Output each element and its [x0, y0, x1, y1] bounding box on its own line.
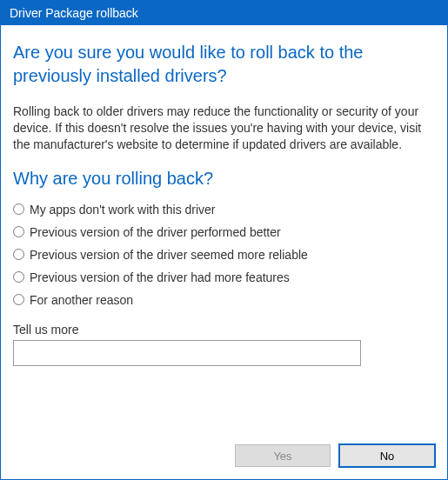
- dialog-window: Driver Package rollback Are you sure you…: [0, 0, 448, 480]
- reason-radio[interactable]: [13, 294, 24, 305]
- titlebar: Driver Package rollback: [1, 1, 447, 25]
- tellmore-label: Tell us more: [13, 323, 435, 337]
- yes-button[interactable]: Yes: [235, 444, 331, 467]
- reason-option[interactable]: For another reason: [13, 293, 435, 307]
- reason-option[interactable]: Previous version of the driver performed…: [13, 225, 435, 239]
- window-title: Driver Package rollback: [10, 6, 138, 20]
- reason-radio[interactable]: [13, 249, 24, 260]
- reason-option[interactable]: Previous version of the driver seemed mo…: [13, 248, 435, 262]
- reason-radio[interactable]: [13, 271, 24, 283]
- reason-label: Previous version of the driver seemed mo…: [30, 248, 308, 262]
- reason-radio[interactable]: [13, 226, 24, 237]
- reason-option[interactable]: Previous version of the driver had more …: [13, 270, 435, 284]
- description-text: Rolling back to older drivers may reduce…: [13, 103, 435, 153]
- reason-label: My apps don't work with this driver: [30, 203, 216, 217]
- tellmore-input[interactable]: [13, 340, 361, 366]
- reason-option[interactable]: My apps don't work with this driver: [13, 203, 435, 217]
- no-button[interactable]: No: [339, 444, 435, 467]
- reason-radio[interactable]: [13, 203, 24, 215]
- reason-label: Previous version of the driver had more …: [30, 270, 290, 284]
- sub-heading: Why are you rolling back?: [13, 169, 435, 189]
- button-row: Yes No: [13, 430, 435, 467]
- reason-label: For another reason: [30, 293, 133, 307]
- reason-label: Previous version of the driver performed…: [30, 225, 281, 239]
- reason-radio-group: My apps don't work with this driver Prev…: [13, 203, 435, 307]
- dialog-content: Are you sure you would like to roll back…: [1, 25, 447, 479]
- main-heading: Are you sure you would like to roll back…: [13, 41, 435, 88]
